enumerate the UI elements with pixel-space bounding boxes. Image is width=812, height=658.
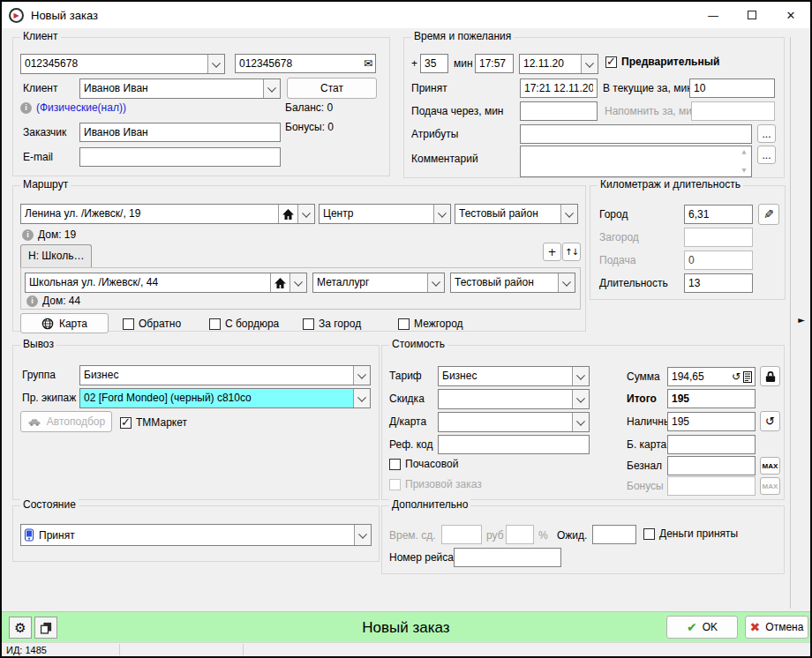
comment-more-button[interactable]: ... [757, 146, 776, 164]
comment-scroll-arrows[interactable]: ▲ ▼ [739, 148, 749, 175]
attributes-more-button[interactable]: ... [757, 124, 776, 143]
ellipsis-icon: ... [762, 149, 771, 161]
chevron-down-icon[interactable] [572, 413, 589, 431]
assigned-crew-combo[interactable]: 02 [Ford Mondeo] (черный) с810со [79, 388, 371, 408]
attributes-input[interactable] [520, 124, 752, 144]
edit-km-button[interactable]: ✎ [758, 204, 779, 225]
curb-checkbox[interactable]: С бордюра [209, 318, 279, 330]
client-name-combo[interactable]: Иванов Иван [79, 79, 281, 99]
chevron-down-icon[interactable] [572, 367, 589, 385]
minimize-button[interactable]: — [694, 2, 733, 28]
offset-min-input[interactable] [420, 54, 448, 73]
bonus-input[interactable] [667, 476, 756, 496]
discount-combo[interactable] [438, 389, 590, 409]
cash-input[interactable] [667, 412, 756, 431]
chevron-down-icon[interactable] [572, 390, 589, 408]
bankcard-input[interactable] [667, 435, 756, 454]
ok-button[interactable]: ✔ OK [666, 616, 738, 639]
cashless-input[interactable] [667, 456, 756, 475]
auto-select-button[interactable]: Автоподбор [20, 411, 112, 432]
comment-box[interactable]: ▲ ▼ [520, 146, 752, 177]
phone-alt-field[interactable]: 012345678 ✉ [235, 54, 376, 73]
to-district-value: Тестовый район [451, 273, 558, 292]
bonus-max-button[interactable]: MAX [760, 477, 780, 495]
home-icon[interactable] [278, 205, 297, 223]
money-taken-checkbox[interactable]: Деньги приняты [643, 527, 738, 540]
chevron-down-icon[interactable] [297, 205, 314, 223]
tmmarket-checkbox[interactable]: ТММаркет [120, 416, 187, 429]
hourly-checkbox[interactable]: Почасовой [389, 458, 458, 470]
splitter[interactable] [790, 37, 791, 609]
chevron-down-icon[interactable] [353, 366, 370, 385]
chevron-down-icon[interactable] [354, 525, 371, 545]
state-combo[interactable]: Принят [20, 524, 372, 546]
max-label: MAX [763, 462, 778, 470]
city-km-input[interactable] [684, 205, 753, 224]
destination-tab[interactable]: Н: Школь… [20, 244, 92, 267]
pencil-icon: ✎ [763, 207, 774, 221]
wait-input[interactable] [592, 525, 636, 544]
refcode-input[interactable] [438, 435, 590, 454]
to-zone-combo[interactable]: Металлург [312, 273, 445, 293]
reset-cash-button[interactable]: ↺ [760, 411, 780, 431]
to-district-combo[interactable]: Тестовый район [450, 273, 575, 293]
calculator-icon[interactable] [743, 371, 752, 383]
maximize-button[interactable] [733, 2, 771, 28]
email-input[interactable] [79, 147, 281, 167]
chevron-down-icon[interactable] [263, 79, 280, 98]
chevron-down-icon[interactable] [207, 55, 224, 73]
map-button[interactable]: Карта [20, 313, 109, 333]
timeshift-rub-input[interactable] [441, 525, 482, 544]
intercity-checkbox[interactable]: Межгород [398, 318, 463, 330]
lock-sum-button[interactable] [760, 366, 780, 386]
duration-input[interactable] [684, 273, 753, 293]
stat-button[interactable]: Стат [287, 78, 377, 99]
plus-icon: + [547, 246, 556, 258]
out-of-town-checkbox[interactable]: За город [303, 318, 361, 330]
feed-km-input[interactable] [684, 250, 753, 270]
cost-group-label: Стоимость [389, 338, 447, 350]
home-icon[interactable] [270, 273, 289, 292]
cashless-max-button[interactable]: MAX [760, 457, 780, 475]
chevron-down-icon[interactable] [289, 273, 306, 292]
prize-order-checkbox[interactable]: Призовой заказ [389, 478, 482, 490]
scroll-up-icon: ▲ [742, 149, 747, 155]
return-checkbox[interactable]: Обратно [123, 318, 181, 330]
customer-input[interactable] [79, 123, 281, 142]
add-stop-button[interactable]: + [543, 243, 561, 261]
preliminary-checkbox[interactable]: Предварительный [605, 56, 719, 68]
chevron-down-icon[interactable] [433, 205, 450, 223]
crew-group-combo[interactable]: Бизнес [79, 365, 371, 385]
sum-field[interactable]: 194,65 ↺ [667, 367, 756, 386]
from-zone-combo[interactable]: Центр [319, 204, 451, 224]
from-address-combo[interactable]: Ленина ул. /Ижевск/, 19 [20, 204, 315, 224]
chevron-down-icon[interactable] [353, 389, 370, 408]
feed-after-input[interactable] [520, 101, 598, 121]
timeshift-percent-input[interactable] [506, 525, 534, 544]
tariff-combo[interactable]: Бизнес [438, 366, 590, 386]
remind-input[interactable] [691, 101, 775, 121]
to-address-combo[interactable]: Школьная ул. /Ижевск/, 44 [25, 273, 307, 293]
client-category-link[interactable]: (Физические(нал)) [36, 101, 126, 114]
chevron-down-icon[interactable] [427, 273, 444, 292]
from-district-value: Тестовый район [455, 205, 560, 223]
total-input[interactable] [667, 389, 756, 408]
cancel-button[interactable]: ✖ Отмена [745, 616, 808, 639]
dcard-combo[interactable] [438, 412, 590, 432]
to-current-input[interactable] [689, 79, 775, 98]
swap-stops-button[interactable]: ↑↓ [562, 243, 581, 261]
accepted-input[interactable] [520, 79, 598, 98]
chevron-down-icon[interactable] [558, 273, 575, 292]
from-district-combo[interactable]: Тестовый район [455, 204, 578, 224]
suburb-km-input[interactable] [684, 228, 753, 247]
chevron-down-icon[interactable] [581, 55, 598, 73]
date-combo[interactable]: 12.11.20 [519, 54, 598, 74]
chevron-down-icon[interactable] [560, 205, 577, 223]
flight-input[interactable] [454, 548, 561, 567]
expand-panel-button[interactable]: ► [793, 311, 809, 327]
recalc-icon[interactable]: ↺ [732, 370, 741, 383]
time-input[interactable] [475, 54, 514, 73]
phone-combo[interactable]: 012345678 [20, 54, 225, 74]
mail-icon[interactable]: ✉ [364, 57, 372, 70]
close-button[interactable]: ✕ [771, 2, 810, 28]
